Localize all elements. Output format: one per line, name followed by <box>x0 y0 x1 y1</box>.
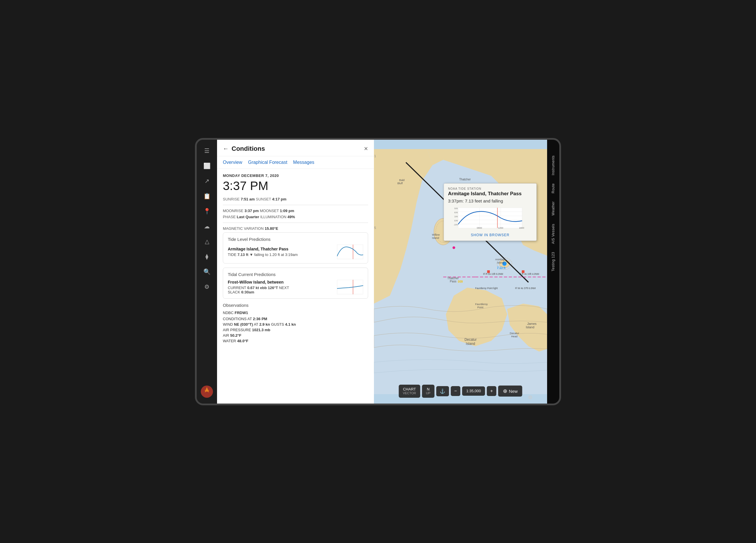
route-icon[interactable]: ↗ <box>200 175 213 187</box>
svg-text:0600: 0600 <box>477 227 482 229</box>
zoom-in-button[interactable]: + <box>487 386 496 396</box>
popup-reading: 3:37pm: 7.13 feet and falling <box>448 198 532 203</box>
sidebar-tab-weather[interactable]: Weather <box>549 197 558 220</box>
layers-icon[interactable]: ⬜ <box>200 160 213 172</box>
water-value: 48.0°F <box>237 339 248 343</box>
svg-text:Decatur: Decatur <box>465 338 477 342</box>
waypoint-icon[interactable]: 📍 <box>200 205 213 218</box>
sidebar-tab-testing[interactable]: Testing 123 <box>549 248 558 275</box>
svg-text:Pass: Pass <box>450 279 456 283</box>
svg-text:Decatur: Decatur <box>510 332 519 335</box>
svg-text:Thatcher: Thatcher <box>459 178 471 181</box>
tab-messages[interactable]: Messages <box>293 160 314 165</box>
svg-rect-1 <box>337 245 363 259</box>
observations-section: Observations NDBC FRDW1 CONDITIONS AT 2:… <box>223 303 368 343</box>
anchor-button[interactable]: ⚓ <box>436 386 449 396</box>
station-id: FRDW1 <box>234 311 248 315</box>
svg-text:3 ft: 3 ft <box>454 215 458 218</box>
tide-value: 7.13 ft <box>237 252 248 257</box>
svg-text:Fauntleroy Point light: Fauntleroy Point light <box>475 287 498 289</box>
tab-overview[interactable]: Overview <box>223 160 242 165</box>
wind-label: WIND <box>223 322 233 327</box>
svg-text:Island: Island <box>526 325 534 329</box>
conditions-time: 2:36 PM <box>253 317 267 321</box>
svg-text:Willow: Willow <box>432 233 440 236</box>
tab-graphical-forecast[interactable]: Graphical Forecast <box>248 160 287 165</box>
moonrise-row: MOONRISE 3:37 pm MOONSET 1:09 pm <box>223 209 368 213</box>
svg-text:1: 1 <box>374 154 376 157</box>
tide-popup: NOAA TIDE STATION Armitage Island, Thatc… <box>444 183 537 241</box>
divider-1 <box>223 205 368 205</box>
new-button[interactable]: ⊕ New <box>498 386 522 397</box>
app-logo <box>200 384 214 399</box>
at-label: AT <box>254 322 258 327</box>
illumination-value: 49% <box>287 215 295 219</box>
svg-text:6 ft: 6 ft <box>454 211 458 214</box>
current-value: 0.67 kt ebb 126°T <box>247 286 278 290</box>
slack-label: SLACK <box>228 290 240 294</box>
svg-text:Head: Head <box>511 335 517 338</box>
sidebar-tab-route[interactable]: Route <box>549 179 558 198</box>
stack-icon[interactable]: ⧫ <box>200 250 213 263</box>
svg-text:Fauntleroy: Fauntleroy <box>475 302 488 305</box>
sunrise-value: 7:51 am <box>241 197 255 201</box>
search-icon[interactable]: 🔍 <box>200 265 213 278</box>
tide-card-title: Tide Level Predictions <box>228 237 363 242</box>
sidebar-tab-ais[interactable]: AIS Vessels <box>549 220 558 248</box>
magnetic-value: 15.80°E <box>265 226 278 231</box>
chart-type-label: CHART <box>403 387 416 392</box>
panel-title: Conditions <box>232 145 361 153</box>
svg-text:Point: Point <box>477 306 483 309</box>
settings-icon[interactable]: ⚙ <box>200 280 213 293</box>
tide-falling-detail: falling to 1.20 ft at 3:19am <box>254 252 298 257</box>
map-area[interactable]: Bald Bluff Thatcher Willow Island Thatch… <box>374 140 547 404</box>
svg-rect-45 <box>458 208 522 228</box>
map-settings-icon[interactable]: ⚙ <box>528 394 533 401</box>
tide-detail: TIDE 7.13 ft ▼ falling to 1.20 ft at 3:1… <box>228 252 334 257</box>
svg-text:Island: Island <box>466 342 475 346</box>
svg-text:James: James <box>527 322 537 325</box>
current-card-title: Tidal Current Predictions <box>228 272 363 277</box>
menu-icon[interactable]: ☰ <box>200 144 213 157</box>
divider-2 <box>223 223 368 223</box>
svg-text:0 ft: 0 ft <box>454 219 458 222</box>
weather-icon[interactable]: ☁ <box>200 220 213 233</box>
new-icon: ⊕ <box>503 388 507 394</box>
svg-text:5: 5 <box>374 226 376 230</box>
alert-icon[interactable]: △ <box>200 235 213 248</box>
tide-direction: ▼ <box>249 252 253 257</box>
tide-mini-chart <box>337 245 363 259</box>
wind-speed: 2.9 kn <box>259 322 270 327</box>
magnetic-label: MAGNETIC VARIATION <box>223 226 264 231</box>
svg-text:-3 ft: -3 ft <box>454 223 458 226</box>
orientation-button[interactable]: N UP <box>422 385 434 398</box>
gusts-value: 4.1 kn <box>285 322 296 327</box>
current-card[interactable]: Tidal Current Predictions Frost-Willow I… <box>223 268 368 299</box>
sidebar-tab-instruments[interactable]: Instruments <box>549 151 558 179</box>
panel-content: MONDAY DECEMBER 7, 2020 3:37 PM SUNRISE … <box>217 169 374 404</box>
close-button[interactable]: ✕ <box>364 146 368 152</box>
new-label: New <box>509 389 518 394</box>
tide-card[interactable]: Tide Level Predictions Armitage Island, … <box>223 232 368 264</box>
conditions-label: CONDITIONS AT <box>223 317 252 321</box>
show-browser-button[interactable]: SHOW IN BROWSER <box>448 233 532 237</box>
magnetic-row: MAGNETIC VARIATION 15.80°E <box>223 226 368 231</box>
popup-station-name: Armitage Island, Thatcher Pass <box>448 191 532 197</box>
tide-station-name: Armitage Island, Thatcher Pass <box>228 247 334 251</box>
notes-icon[interactable]: 📋 <box>200 190 213 202</box>
zoom-out-button[interactable]: − <box>451 386 460 396</box>
right-sidebar: Instruments Route Weather AIS Vessels Te… <box>547 140 559 404</box>
conditions-panel: ← Conditions ✕ Overview Graphical Foreca… <box>217 140 374 404</box>
current-slack: SLACK 6:30am <box>228 290 334 294</box>
sunset-label: SUNSET <box>256 197 271 201</box>
svg-text:Thatcher: Thatcher <box>447 276 459 279</box>
svg-text:1200: 1200 <box>498 227 503 229</box>
gusts-label: GUSTS <box>271 322 284 327</box>
air-value: 50.2°F <box>230 333 241 338</box>
scale-display: 1:35,000 <box>462 386 485 396</box>
chart-type-button[interactable]: CHART VECTOR <box>399 385 420 398</box>
panel-header: ← Conditions ✕ <box>217 140 374 156</box>
tide-card-info: Armitage Island, Thatcher Pass TIDE 7.13… <box>228 247 334 257</box>
current-label: CURRENT <box>228 286 246 290</box>
back-button[interactable]: ← <box>223 145 229 152</box>
